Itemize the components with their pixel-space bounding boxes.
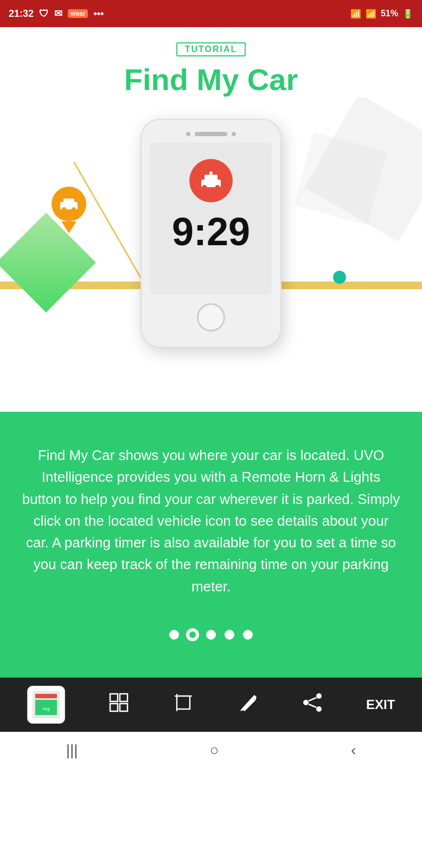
parking-icon-circle [189,159,233,202]
phone-mockup: 9:29 [140,119,282,348]
page-dot-4 [225,630,234,640]
svg-point-24 [316,706,322,712]
svg-point-2 [62,207,66,212]
share-icon[interactable] [302,692,323,718]
svg-rect-18 [120,704,127,711]
wifi-icon: 📶 [350,9,361,19]
exit-button[interactable]: EXIT [366,697,395,712]
svg-point-3 [72,207,76,212]
speaker-dot-left [186,132,190,136]
page-indicator [22,619,400,656]
page-dot-2 [188,630,197,640]
android-nav-bar: ||| ○ ‹ [0,732,422,769]
page-title: Find My Car [11,62,411,97]
illustration-area: 9:29 [0,97,422,412]
car-icon [59,196,79,212]
svg-rect-1 [63,199,74,204]
phone-home-button [197,303,225,331]
speaker-dot-right [232,132,236,136]
green-section: Find My Car shows you where your car is … [0,412,422,678]
status-right: 📶 📶 51% 🔋 [350,9,413,19]
page-dot-5 [243,630,253,640]
nav-home-icon[interactable]: ○ [210,742,219,759]
more-icon: ••• [93,8,104,20]
wear-badge: wear [68,9,88,18]
battery-icon: 🔋 [402,9,413,19]
svg-rect-19 [177,696,190,709]
svg-point-8 [215,185,220,189]
description-text: Find My Car shows you where your car is … [22,444,400,597]
status-bar: 21:32 🛡 ✉ wear ••• 📶 📶 51% 🔋 [0,0,422,27]
tutorial-badge: TUTORIAL [176,42,246,56]
phone-time-display: 9:29 [172,212,250,251]
page-dot-1 [169,630,179,640]
svg-point-23 [303,700,309,705]
bottom-toolbar: img EXIT [0,678,422,732]
svg-rect-17 [110,704,118,711]
select-tool-icon[interactable] [108,692,130,718]
phone-outer: 9:29 [140,119,282,348]
svg-rect-16 [120,694,127,701]
teal-location-dot [333,271,346,284]
svg-rect-12 [35,694,57,698]
svg-rect-15 [110,694,118,701]
map-pin [52,187,86,233]
svg-point-22 [316,693,322,699]
nav-menu-icon[interactable]: ||| [66,742,78,759]
phone-speaker [150,132,272,136]
nav-back-icon[interactable]: ‹ [351,742,356,759]
svg-point-7 [202,185,207,189]
crop-tool-icon[interactable] [172,692,194,718]
battery-display: 51% [381,9,398,18]
svg-line-25 [309,698,316,701]
header-area: TUTORIAL Find My Car [0,27,422,97]
svg-text:img: img [42,706,49,711]
speaker-bar [195,132,227,136]
signal-icon: 📶 [366,9,376,19]
time-display: 21:32 [9,8,34,20]
pen-tool-icon[interactable] [237,692,259,718]
pin-circle [52,187,86,221]
parking-car-icon [197,169,225,192]
shield-icon: 🛡 [39,8,49,20]
mail-icon: ✉ [54,8,62,20]
pin-tail [61,221,76,233]
svg-rect-10 [210,173,212,176]
svg-line-26 [309,704,316,707]
phone-screen: 9:29 [150,143,272,295]
thumbnail-preview[interactable]: img [27,686,65,724]
thumbnail-icon: img [33,691,60,718]
status-left: 21:32 🛡 ✉ wear ••• [9,8,104,20]
page-dot-3 [206,630,216,640]
